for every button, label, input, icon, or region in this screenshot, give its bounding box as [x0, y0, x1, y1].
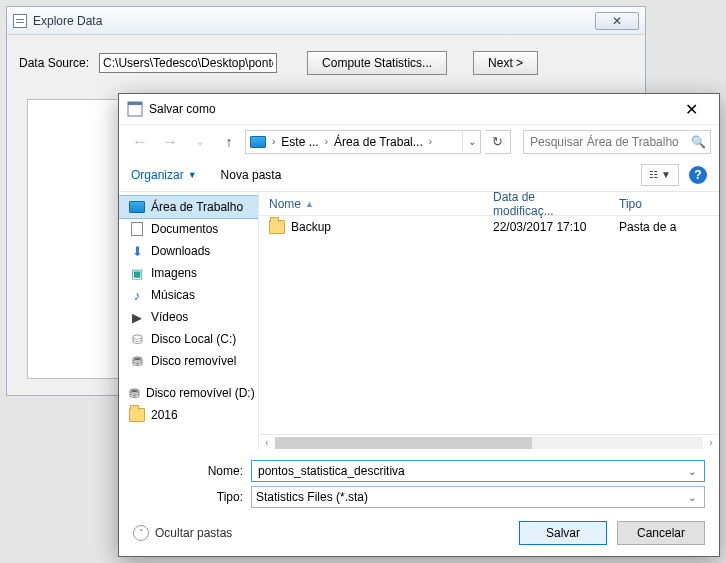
horizontal-scrollbar[interactable]: ‹ › [259, 434, 719, 450]
item-type: Pasta de a [609, 220, 719, 234]
tree-item[interactable]: ▶Vídeos [119, 306, 258, 328]
list-header: Nome▲ Data de modificaç... Tipo [259, 192, 719, 216]
refresh-button[interactable]: ↻ [485, 130, 511, 154]
close-icon: ✕ [685, 100, 698, 119]
sort-indicator-icon: ▲ [305, 199, 314, 209]
explore-titlebar: Explore Data ✕ [7, 7, 645, 35]
address-dropdown[interactable]: ⌄ [462, 131, 480, 153]
chevron-down-icon[interactable]: ⌄ [684, 492, 700, 503]
address-bar[interactable]: › Este ... › Área de Trabal... › ⌄ [245, 130, 481, 154]
usb-icon: ⛃ [129, 353, 145, 369]
dialog-nav-bar: ← → ⌄ ↑ › Este ... › Área de Trabal... ›… [119, 124, 719, 158]
dialog-title: Salvar como [149, 102, 216, 116]
nav-forward-button[interactable]: → [157, 129, 183, 155]
filename-label: Nome: [199, 464, 243, 478]
tree-item[interactable]: ⛁Disco Local (C:) [119, 328, 258, 350]
folder-tree[interactable]: Área de TrabalhoDocumentos⬇Downloads▣Ima… [119, 192, 259, 450]
search-input[interactable]: Pesquisar Área de Trabalho 🔍 [523, 130, 711, 154]
tree-item[interactable]: Área de Trabalho [119, 196, 258, 218]
tree-item[interactable]: Documentos [119, 218, 258, 240]
chevron-right-icon: › [323, 136, 330, 147]
tree-item[interactable]: 2016 [119, 404, 258, 426]
column-type[interactable]: Tipo [609, 197, 719, 211]
nav-recent-dropdown[interactable]: ⌄ [187, 129, 213, 155]
new-folder-button[interactable]: Nova pasta [221, 168, 282, 182]
tree-item-label: 2016 [151, 408, 178, 422]
view-icon: ☷ [649, 169, 658, 180]
filename-text[interactable] [256, 463, 684, 479]
save-as-dialog: Salvar como ✕ ← → ⌄ ↑ › Este ... › Área … [118, 93, 720, 557]
dialog-close-button[interactable]: ✕ [671, 96, 711, 122]
dialog-titlebar: Salvar como ✕ [119, 94, 719, 124]
explore-title: Explore Data [33, 14, 102, 28]
filetype-select[interactable]: Statistics Files (*.sta) ⌄ [251, 486, 705, 508]
dialog-toolbar: Organizar▼ Nova pasta ☷▼ ? [119, 158, 719, 192]
hide-folders-toggle[interactable]: ˄ Ocultar pastas [133, 525, 232, 541]
monitor-icon [250, 136, 266, 148]
tree-item-label: Disco removível [151, 354, 236, 368]
explore-close-button[interactable]: ✕ [595, 12, 639, 30]
tree-item-label: Disco removível (D:) [146, 386, 255, 400]
item-name: Backup [291, 220, 331, 234]
chevron-down-icon: ▼ [661, 169, 671, 180]
folder-icon [129, 407, 145, 423]
img-icon: ▣ [129, 265, 145, 281]
tree-item-label: Vídeos [151, 310, 188, 324]
breadcrumb-segment[interactable]: Área de Trabal... [330, 135, 427, 149]
scroll-thumb[interactable] [275, 437, 532, 449]
data-source-input[interactable] [99, 53, 277, 73]
save-button[interactable]: Salvar [519, 521, 607, 545]
tree-item[interactable]: ⛃Disco removível [119, 350, 258, 372]
drive-icon: ⛁ [129, 331, 145, 347]
tree-item[interactable]: ⬇Downloads [119, 240, 258, 262]
nav-back-button[interactable]: ← [127, 129, 153, 155]
tree-item[interactable]: ⛃Disco removível (D:) [119, 382, 258, 404]
search-icon: 🔍 [686, 135, 710, 149]
chevron-up-icon: ˄ [133, 525, 149, 541]
folder-icon [269, 220, 285, 234]
filetype-label: Tipo: [199, 490, 243, 504]
chevron-right-icon: › [270, 136, 277, 147]
compute-statistics-button[interactable]: Compute Statistics... [307, 51, 447, 75]
scroll-track[interactable] [275, 437, 703, 449]
monitor-icon [129, 199, 145, 215]
cancel-button[interactable]: Cancelar [617, 521, 705, 545]
column-name[interactable]: Nome▲ [259, 197, 483, 211]
filename-input[interactable]: ⌄ [251, 460, 705, 482]
svg-rect-1 [128, 102, 142, 105]
scroll-left-icon[interactable]: ‹ [259, 437, 275, 448]
next-button[interactable]: Next > [473, 51, 538, 75]
tree-item-label: Downloads [151, 244, 210, 258]
chevron-down-icon[interactable]: ⌄ [684, 466, 700, 477]
tree-item-label: Músicas [151, 288, 195, 302]
usb-icon: ⛃ [129, 385, 140, 401]
list-item[interactable]: Backup22/03/2017 17:10Pasta de a [259, 216, 719, 238]
file-list-pane: Nome▲ Data de modificaç... Tipo Backup22… [259, 192, 719, 450]
nav-up-button[interactable]: ↑ [217, 130, 241, 154]
down-icon: ⬇ [129, 243, 145, 259]
search-placeholder: Pesquisar Área de Trabalho [524, 135, 686, 149]
tree-item-label: Área de Trabalho [151, 200, 243, 214]
view-mode-button[interactable]: ☷▼ [641, 164, 679, 186]
item-date: 22/03/2017 17:10 [483, 220, 609, 234]
tree-item-label: Documentos [151, 222, 218, 236]
tree-item[interactable]: ▣Imagens [119, 262, 258, 284]
organize-button[interactable]: Organizar▼ [131, 168, 197, 182]
tree-item-label: Imagens [151, 266, 197, 280]
column-date[interactable]: Data de modificaç... [483, 190, 609, 218]
filetype-value: Statistics Files (*.sta) [256, 490, 368, 504]
chevron-down-icon: ▼ [188, 170, 197, 180]
app-icon [13, 14, 27, 28]
music-icon: ♪ [129, 287, 145, 303]
data-source-label: Data Source: [19, 56, 89, 70]
help-button[interactable]: ? [689, 166, 707, 184]
tree-item[interactable]: ♪Músicas [119, 284, 258, 306]
dialog-icon [127, 101, 143, 117]
close-icon: ✕ [612, 14, 622, 28]
tree-item-label: Disco Local (C:) [151, 332, 236, 346]
video-icon: ▶ [129, 309, 145, 325]
doc-icon [129, 221, 145, 237]
scroll-right-icon[interactable]: › [703, 437, 719, 448]
breadcrumb-segment[interactable]: Este ... [277, 135, 322, 149]
chevron-right-icon: › [427, 136, 434, 147]
